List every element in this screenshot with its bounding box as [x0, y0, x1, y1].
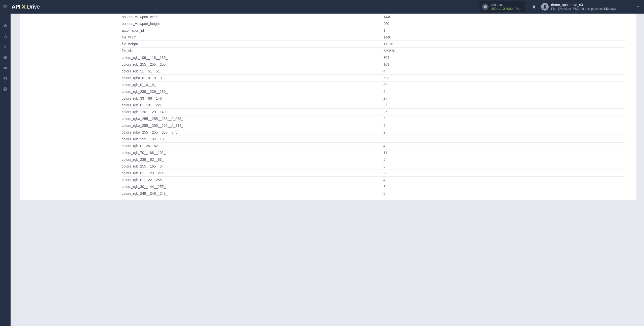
cell-key: colors_rgb_255__194__10_ — [122, 136, 383, 143]
table-row: colors_rgb_255__194__10_5 — [122, 136, 625, 143]
cell-value: 27 — [383, 95, 625, 102]
hamburger-icon — [3, 4, 8, 9]
cell-key: colors_rgb_0__122__255_ — [122, 177, 383, 183]
actions-text: Actions: 250 of 100'000 (0%) — [491, 3, 520, 11]
table-row: file_width1440 — [122, 34, 625, 41]
data-panel: options_viewport_width1440options_viewpo… — [110, 14, 636, 200]
cell-key: options_viewport_height — [122, 20, 383, 27]
user-name: demo_apix-drive_s3 — [551, 3, 616, 7]
cell-key: colors_rgb_30__144__255_ — [122, 183, 383, 190]
nav-briefcase[interactable] — [0, 52, 11, 62]
cell-key: colors_rgba_0__0__0__0_ — [122, 75, 383, 82]
cell-key: colors_rgba_255__255__255__0_5_ — [122, 129, 383, 136]
table-row: automation_id1 — [122, 27, 625, 34]
briefcase-icon — [3, 55, 8, 60]
table-row: colors_rgb_255__255__255_169 — [122, 61, 625, 68]
side-nav — [0, 14, 11, 200]
avatar — [541, 3, 549, 11]
logo-x-icon — [21, 4, 27, 10]
cell-value: 5 — [383, 136, 625, 143]
nav-account[interactable] — [0, 73, 11, 84]
logo[interactable]: API Drive — [12, 4, 40, 10]
notifications-button[interactable] — [530, 2, 539, 11]
bell-icon — [532, 5, 536, 9]
cell-key: colors_rgb_255__255__255_ — [122, 61, 383, 68]
cell-value: 11 — [383, 149, 625, 156]
table-row: colors_rgb_0__131__221_37 — [122, 102, 625, 109]
table-row: colors_rgba_255__255__255__0_063_2 — [122, 115, 625, 122]
cell-key: colors_rgb_51__51__51_ — [122, 68, 383, 75]
table-row: colors_rgb_0__26__62_42 — [122, 143, 625, 149]
actions-count: 250 of 100'000 (0%) — [491, 7, 520, 11]
nav-help[interactable] — [0, 84, 11, 94]
table-row: colors_rgb_120__129__149_27 — [122, 109, 625, 115]
nav-connections[interactable] — [0, 31, 11, 41]
cell-key: colors_rgba_255__255__255__0_063_ — [122, 115, 383, 122]
cell-value: 1440 — [383, 34, 625, 41]
top-bar: API Drive Actions: 250 of 100'000 (0%) d… — [0, 0, 644, 14]
cell-key: file_width — [122, 34, 383, 41]
dollar-icon — [3, 45, 8, 49]
table-row: colors_rgb_255__165__0_6 — [122, 163, 625, 170]
actions-label: Actions: — [491, 3, 520, 7]
info-icon — [482, 4, 489, 10]
user-plan: Plan |Premium PRO| left until payment 34… — [551, 7, 616, 11]
table-row: options_viewport_width1440 — [122, 14, 625, 20]
cell-key: colors_rgb_0__26__62_ — [122, 143, 383, 149]
cell-value: 1 — [383, 27, 625, 34]
actions-counter[interactable]: Actions: 250 of 100'000 (0%) — [479, 1, 525, 12]
cell-key: colors_rgb_0__131__221_ — [122, 102, 383, 109]
table-row: colors_rgb_70__188__102_11 — [122, 149, 625, 156]
cell-value: 22 — [383, 170, 625, 177]
youtube-icon — [3, 66, 8, 70]
content-card: options_viewport_width1440options_viewpo… — [20, 14, 636, 200]
cell-value: 960 — [383, 20, 625, 27]
cell-value: 42 — [383, 143, 625, 149]
table-row: colors_rgb_61__129__214_22 — [122, 170, 625, 177]
nav-billing[interactable] — [0, 42, 11, 52]
table-row: colors_rgba_0__0__0__0_523 — [122, 75, 625, 82]
cell-key: colors_rgb_248__248__248_ — [122, 190, 383, 197]
table-row: colors_rgb_30__144__255_8 — [122, 183, 625, 190]
table-row: options_viewport_height960 — [122, 20, 625, 27]
cell-value: 2 — [383, 115, 625, 122]
home-icon — [3, 23, 8, 28]
table-row: colors_rgba_255__255__255__0_314_2 — [122, 122, 625, 129]
logo-text-api: API — [12, 4, 20, 10]
cell-value: 82 — [383, 82, 625, 88]
cell-key: file_size — [122, 48, 383, 54]
cell-key: colors_rgb_33__68__146_ — [122, 95, 383, 102]
logo-text-drive: Drive — [27, 4, 40, 10]
chevron-down-icon — [636, 5, 640, 9]
table-row: colors_rgb_109__118__139_304 — [122, 54, 625, 61]
user-icon — [542, 4, 547, 9]
user-menu[interactable]: demo_apix-drive_s3 Plan |Premium PRO| le… — [541, 3, 640, 11]
table-row: colors_rgb_239__239__239_5 — [122, 88, 625, 95]
cell-key: options_viewport_width — [122, 14, 383, 20]
table-row: colors_rgb_248__248__248_6 — [122, 190, 625, 197]
main-content: options_viewport_width1440options_viewpo… — [11, 14, 644, 200]
cell-value: 2 — [383, 122, 625, 129]
cell-value: 523 — [383, 75, 625, 82]
cell-key: colors_rgba_255__255__255__0_314_ — [122, 122, 383, 129]
card-left-panel — [20, 14, 110, 200]
table-row: colors_rgb_51__51__51_4 — [122, 68, 625, 75]
cell-value: 169 — [383, 61, 625, 68]
table-row: colors_rgb_33__68__146_27 — [122, 95, 625, 102]
table-row: colors_rgba_255__255__255__0_5_2 — [122, 129, 625, 136]
cell-value: 6 — [383, 163, 625, 170]
nav-home[interactable] — [0, 21, 11, 31]
table-row: colors_rgb_0__0__0_82 — [122, 82, 625, 88]
nav-video[interactable] — [0, 63, 11, 73]
user-circle-icon — [3, 76, 8, 81]
cell-value: 11216 — [383, 41, 625, 48]
cell-key: automation_id — [122, 27, 383, 34]
cell-key: colors_rgb_61__129__214_ — [122, 170, 383, 177]
cell-key: colors_rgb_0__0__0_ — [122, 82, 383, 88]
cell-value: 8 — [383, 183, 625, 190]
menu-toggle-button[interactable] — [0, 0, 11, 14]
cell-value: 304 — [383, 54, 625, 61]
cell-value: 6 — [383, 190, 625, 197]
cell-key: colors_rgb_109__118__139_ — [122, 54, 383, 61]
cell-value: 1440 — [383, 14, 625, 20]
